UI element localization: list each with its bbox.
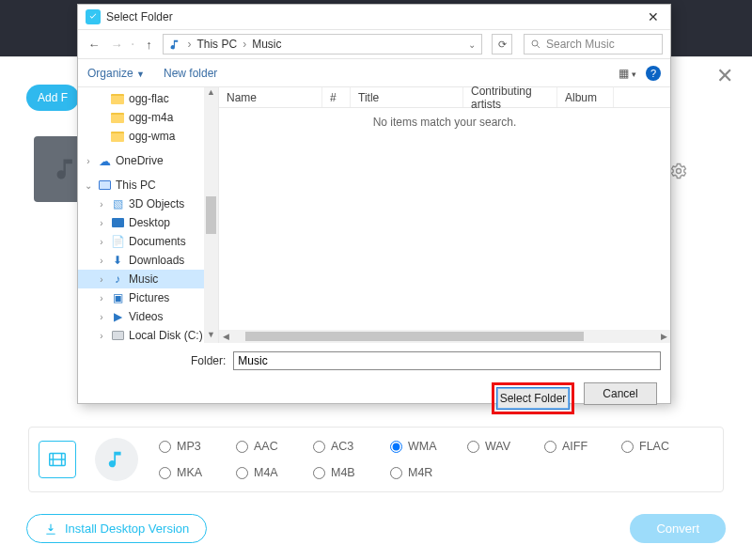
search-input[interactable]: Search Music [524, 34, 663, 54]
svg-point-0 [677, 169, 682, 174]
settings-icon[interactable] [669, 162, 688, 184]
tree-item-documents[interactable]: ›📄Documents [78, 232, 218, 251]
column-album[interactable]: Album [557, 87, 614, 107]
dialog-nav-row: ← → · ↑ › This PC › Music ⌄ ⟳ Search Mus… [78, 29, 670, 59]
tree-item-ogg-m4a[interactable]: ogg-m4a [78, 108, 218, 127]
tree-item-downloads[interactable]: ›⬇Downloads [78, 251, 218, 270]
column-title[interactable]: Title [351, 87, 463, 107]
folder-tree[interactable]: ogg-flacogg-m4aogg-wma›☁OneDrive⌄This PC… [78, 87, 219, 343]
dialog-toolbar: Organize ▼ New folder ▦ ▾ ? [78, 59, 670, 87]
tree-item-local-disk-c-[interactable]: ›Local Disk (C:) [78, 326, 218, 343]
format-ac3[interactable]: AC3 [313, 440, 386, 453]
tutorial-highlight: Select Folder [492, 382, 574, 414]
new-folder-button[interactable]: New folder [164, 67, 217, 80]
format-m4b[interactable]: M4B [313, 466, 386, 479]
column-headers[interactable]: Name#TitleContributing artistsAlbum [219, 87, 670, 108]
breadcrumb-this-pc[interactable]: This PC [196, 38, 237, 51]
video-format-icon[interactable] [39, 441, 76, 478]
dialog-titlebar: Select Folder ✕ [78, 5, 670, 29]
breadcrumb-dropdown-icon[interactable]: ⌄ [468, 39, 476, 50]
select-folder-dialog: Select Folder ✕ ← → · ↑ › This PC › Musi… [77, 4, 671, 404]
address-bar[interactable]: › This PC › Music ⌄ [163, 34, 482, 54]
tree-item-3d-objects[interactable]: ›▧3D Objects [78, 194, 218, 213]
folder-label: Folder: [191, 354, 226, 367]
tree-item-videos[interactable]: ›▶Videos [78, 307, 218, 326]
format-mka[interactable]: MKA [159, 466, 232, 479]
format-radio-group: MP3 AAC AC3 WMA WAV AIFF FLAC MKA M4A M4… [159, 433, 695, 486]
organize-menu[interactable]: Organize ▼ [87, 67, 145, 80]
music-note-icon [54, 156, 80, 182]
bottom-action-row: Install Desktop Version Convert [26, 514, 726, 543]
format-m4r[interactable]: M4R [390, 466, 463, 479]
format-flac[interactable]: FLAC [621, 440, 695, 453]
tree-item-ogg-flac[interactable]: ogg-flac [78, 89, 218, 108]
tree-item-music[interactable]: ›♪Music [78, 270, 218, 288]
folder-name-input[interactable] [233, 351, 661, 370]
tree-item-pictures[interactable]: ›▣Pictures [78, 288, 218, 307]
app-logo-icon [86, 9, 101, 24]
folder-name-row: Folder: [78, 347, 670, 375]
app-close-button[interactable]: ✕ [716, 64, 733, 88]
dialog-title: Select Folder [106, 10, 173, 23]
svg-line-6 [537, 45, 540, 48]
format-aiff[interactable]: AIFF [544, 440, 618, 453]
nav-back[interactable]: ← [86, 38, 102, 52]
format-m4a[interactable]: M4A [236, 466, 309, 479]
search-icon [530, 39, 541, 50]
cancel-button[interactable]: Cancel [584, 382, 657, 405]
tree-item-onedrive[interactable]: ›☁OneDrive [78, 151, 218, 170]
install-label: Install Desktop Version [65, 521, 189, 536]
view-options-icon[interactable]: ▦ ▾ [619, 67, 636, 80]
format-wav[interactable]: WAV [467, 440, 540, 453]
tree-item-ogg-wma[interactable]: ogg-wma [78, 127, 218, 146]
add-file-button[interactable]: Add F [26, 85, 79, 111]
format-wma[interactable]: WMA [390, 440, 463, 453]
format-selector-panel: MP3 AAC AC3 WMA WAV AIFF FLAC MKA M4A M4… [28, 427, 724, 492]
tree-item-desktop[interactable]: ›Desktop [78, 213, 218, 232]
nav-forward[interactable]: → [108, 38, 125, 52]
empty-message: No items match your search. [219, 116, 670, 129]
column--[interactable]: # [322, 87, 351, 107]
column-name[interactable]: Name [219, 87, 322, 107]
music-folder-icon [169, 39, 181, 51]
format-aac[interactable]: AAC [236, 440, 309, 453]
dialog-close-button[interactable]: ✕ [644, 9, 663, 24]
column-contributing-artists[interactable]: Contributing artists [463, 87, 557, 107]
tree-scrollbar[interactable]: ▲▼ [204, 87, 218, 343]
nav-up[interactable]: ↑ [140, 38, 157, 52]
breadcrumb-music[interactable]: Music [252, 38, 281, 51]
svg-point-5 [532, 40, 538, 46]
refresh-button[interactable]: ⟳ [492, 34, 512, 54]
search-placeholder: Search Music [546, 38, 615, 51]
install-desktop-button[interactable]: Install Desktop Version [26, 514, 207, 543]
tree-item-this-pc[interactable]: ⌄This PC [78, 176, 218, 194]
download-icon [44, 522, 57, 536]
file-list-pane: Name#TitleContributing artistsAlbum No i… [219, 87, 670, 343]
convert-button[interactable]: Convert [630, 514, 726, 543]
select-folder-button[interactable]: Select Folder [496, 387, 570, 410]
dialog-button-row: Select Folder Cancel [78, 375, 670, 422]
content-h-scrollbar[interactable]: ◀▶ [219, 330, 670, 343]
help-icon[interactable]: ? [646, 66, 661, 81]
dialog-body: ogg-flacogg-m4aogg-wma›☁OneDrive⌄This PC… [78, 87, 670, 343]
format-mp3[interactable]: MP3 [159, 440, 232, 453]
audio-format-icon[interactable] [95, 438, 138, 481]
